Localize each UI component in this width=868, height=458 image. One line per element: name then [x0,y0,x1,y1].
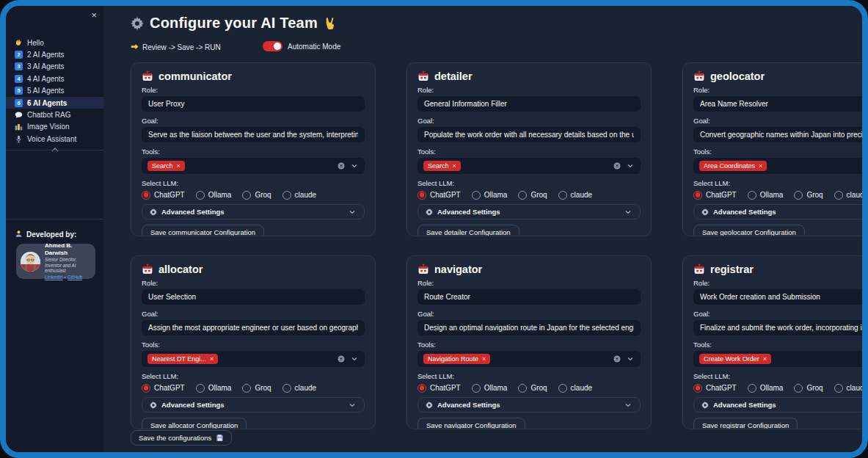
advanced-settings-label: Advanced Settings [161,401,225,409]
tools-multiselect[interactable]: Area Coordinates × [693,158,862,174]
tools-label: Tools: [142,341,365,349]
tool-chip[interactable]: Search × [147,161,185,171]
save-agent-button[interactable]: Save allocator Configuration [142,418,247,429]
automatic-mode-control: Automatic Mode [263,41,340,51]
sidebar-item-hello[interactable]: Hello [6,37,103,48]
tools-multiselect[interactable]: Search × [142,158,365,174]
llm-radio-option[interactable]: Groq [242,191,271,200]
tool-chip[interactable]: Search × [423,161,461,171]
clear-all-icon[interactable] [613,355,621,363]
save-agent-button[interactable]: Save geolocator Configuration [693,225,805,236]
sidebar-item-4-ai-agents[interactable]: 4 4 AI Agents [6,73,103,84]
remove-chip-icon[interactable]: × [177,162,180,170]
clear-all-icon[interactable] [337,355,346,363]
llm-radio-option[interactable]: Groq [794,191,823,200]
llm-radio-option[interactable]: ChatGPT [142,191,185,200]
llm-radio-option[interactable]: ChatGPT [693,191,737,200]
clear-all-icon[interactable] [337,161,346,170]
tool-chip[interactable]: Navigation Route × [423,354,490,364]
save-agent-button[interactable]: Save communicator Configuration [142,225,264,236]
sidebar-item-5-ai-agents[interactable]: 5 5 AI Agents [6,85,103,97]
llm-radio-option[interactable]: claude [282,384,316,393]
automatic-mode-toggle[interactable] [263,41,282,51]
chevron-down-icon[interactable] [350,161,359,170]
advanced-settings-expander[interactable]: Advanced Settings [142,204,365,219]
role-input[interactable] [417,289,641,305]
sidebar-divider-top [6,150,103,150]
tool-chip[interactable]: Nearest DT Engi... × [147,354,218,364]
goal-input[interactable] [142,320,365,335]
role-input[interactable] [693,289,862,305]
save-all-button[interactable]: Save the configurations [131,430,232,446]
remove-chip-icon[interactable]: × [210,355,214,363]
role-input[interactable] [417,96,641,112]
page-header: Configure your AI Team [131,15,337,32]
goal-input[interactable] [142,127,365,142]
remove-chip-icon[interactable]: × [453,162,456,170]
sidebar-item-6-ai-agents[interactable]: 6 6 AI Agents [6,97,103,109]
tools-multiselect[interactable]: Create Work Order × [693,351,862,367]
tools-multiselect[interactable]: Search × [417,158,641,174]
agent-name: communicator [158,70,232,82]
llm-radio-row: ChatGPT Ollama Groq claude [693,383,862,393]
remove-chip-icon[interactable]: × [482,355,486,363]
llm-radio-option[interactable]: claude [282,191,316,200]
sidebar-close-icon[interactable]: × [91,10,97,20]
sidebar-item-chatbot-rag[interactable]: Chatbot RAG [6,109,103,120]
save-agent-button[interactable]: Save navigator Configuration [417,418,525,429]
remove-chip-icon[interactable]: × [759,162,762,170]
advanced-settings-expander[interactable]: Advanced Settings [142,397,365,412]
chevron-down-icon[interactable] [626,161,635,170]
tools-multiselect[interactable]: Nearest DT Engi... × [142,351,365,367]
llm-radio-option[interactable]: Ollama [748,384,784,393]
llm-radio-option[interactable]: Ollama [196,384,232,393]
goal-input[interactable] [693,127,862,142]
role-input[interactable] [142,96,365,112]
llm-radio-row: ChatGPT Ollama Groq claude [142,383,365,393]
sidebar-item-2-ai-agents[interactable]: 2 2 AI Agents [6,48,103,60]
llm-radio-option[interactable]: Groq [242,384,271,393]
advanced-settings-expander[interactable]: Advanced Settings [417,397,641,412]
llm-radio-option[interactable]: ChatGPT [142,384,185,393]
remove-chip-icon[interactable]: × [763,355,767,363]
save-agent-button[interactable]: Save registrar Configuration [693,418,798,429]
nav-collapse-icon[interactable] [6,142,103,155]
llm-radio-option[interactable]: ChatGPT [417,384,461,393]
llm-radio-option[interactable]: Groq [794,384,823,393]
number-badge-icon: 6 [15,99,23,107]
llm-radio-option[interactable]: Ollama [472,191,508,200]
role-input[interactable] [693,96,862,112]
clear-all-icon[interactable] [613,161,621,170]
tool-chip[interactable]: Area Coordinates × [699,161,767,171]
chevron-down-icon[interactable] [350,355,359,363]
sidebar-item-image-vision[interactable]: Image Vision [6,121,103,133]
sidebar-item-3-ai-agents[interactable]: 3 3 AI Agents [6,61,103,73]
llm-radio-option[interactable]: claude [558,384,592,393]
tools-multiselect[interactable]: Navigation Route × [417,351,641,367]
chat-icon [15,111,23,119]
tool-chip-label: Area Coordinates [704,162,755,170]
goal-input[interactable] [417,320,641,335]
advanced-settings-expander[interactable]: Advanced Settings [693,397,862,412]
llm-radio-option[interactable]: claude [558,191,592,200]
goal-input[interactable] [693,320,862,335]
github-link[interactable]: GitHub [68,275,82,280]
llm-radio-option[interactable]: Ollama [196,191,232,200]
linkedin-link[interactable]: LinkedIn [45,275,63,280]
badge-number: 3 [15,62,23,70]
llm-radio-option[interactable]: claude [834,191,862,200]
tool-chip[interactable]: Create Work Order × [699,354,771,364]
llm-radio-option[interactable]: claude [834,384,862,393]
llm-radio-option[interactable]: Ollama [472,384,508,393]
advanced-settings-expander[interactable]: Advanced Settings [693,204,862,219]
goal-input[interactable] [417,127,641,142]
advanced-settings-expander[interactable]: Advanced Settings [417,204,641,219]
llm-radio-option[interactable]: Groq [518,191,547,200]
save-agent-button[interactable]: Save detailer Configuration [417,225,519,236]
chevron-down-icon[interactable] [626,355,635,363]
llm-radio-option[interactable]: ChatGPT [693,384,737,393]
llm-radio-option[interactable]: Groq [518,384,547,393]
llm-radio-option[interactable]: Ollama [748,191,784,200]
role-input[interactable] [142,289,365,305]
llm-radio-option[interactable]: ChatGPT [417,191,461,200]
